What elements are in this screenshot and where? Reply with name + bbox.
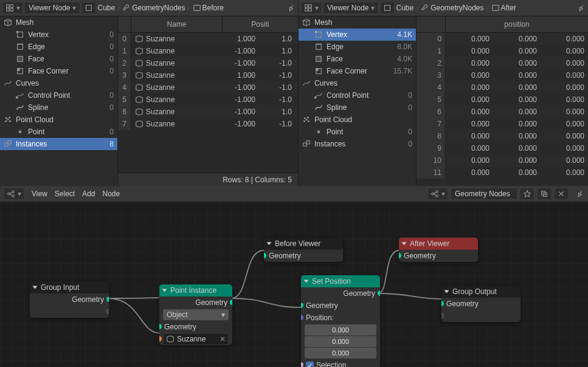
menu-add[interactable]: Add [82, 190, 95, 198]
socket-position-in[interactable]: Position: [301, 312, 380, 324]
socket-geometry-out[interactable]: Geometry [301, 287, 380, 300]
table-row[interactable]: 2 Suzanne -1.000 -1.0 [118, 57, 298, 69]
menu-select[interactable]: Select [55, 190, 75, 198]
viewer-mode-dropdown[interactable]: Viewer Node▾ [24, 2, 80, 14]
socket-geometry-out[interactable]: Geometry [30, 293, 109, 306]
socket-empty-out[interactable] [30, 306, 109, 318]
editor-type-icon[interactable]: ▾ [2, 2, 23, 14]
domain-vertex[interactable]: Vertex0 [0, 29, 117, 41]
domain-vertex[interactable]: Vertex4.1K [299, 29, 416, 41]
object-label[interactable]: Cube [97, 4, 115, 12]
domain-instances[interactable]: Instances8 [0, 138, 117, 150]
table-row[interactable]: 3 0.000 0.000 0.000 [417, 69, 588, 81]
socket-geometry-out[interactable]: Geometry [159, 297, 232, 309]
domain-curves[interactable]: Curves [0, 77, 117, 89]
node-group-input[interactable]: Group Input Geometry [30, 281, 109, 318]
table-row[interactable]: 4 0.000 0.000 0.000 [417, 81, 588, 94]
domain-edge[interactable]: Edge0 [0, 41, 117, 53]
socket-geometry-in[interactable]: Geometry [159, 321, 232, 333]
table-row[interactable]: 8 0.000 0.000 0.000 [417, 130, 588, 142]
domain-point[interactable]: Point0 [299, 126, 416, 138]
socket-geometry-in[interactable]: Geometry [399, 250, 478, 262]
editor-type-icon[interactable]: ▾ [4, 188, 24, 200]
table-row[interactable]: 10 0.000 0.000 0.000 [417, 154, 588, 166]
cell-value: 0.000 [541, 33, 588, 45]
table-row[interactable]: 3 Suzanne 1.000 -1.0 [118, 69, 298, 81]
unlink-icon[interactable] [554, 188, 569, 200]
node-tree-name[interactable]: Geometry Nodes [451, 188, 517, 200]
table-row[interactable]: 5 0.000 0.000 0.000 [417, 94, 588, 106]
node-before-viewer[interactable]: Before Viewer Geometry [264, 238, 343, 262]
domain-face[interactable]: Face0 [0, 53, 117, 65]
viewer-label[interactable]: Before [202, 4, 224, 12]
position-z-field[interactable]: 0.000 [305, 348, 376, 358]
node-point-instance[interactable]: Point Instance Geometry Object▾ Geometry… [159, 284, 232, 345]
table-row[interactable]: 11 0.000 0.000 0.000 [417, 166, 588, 179]
instance-mode-dropdown[interactable]: Object▾ [163, 309, 229, 320]
table-row[interactable]: 6 0.000 0.000 0.000 [417, 106, 588, 118]
node-group-output[interactable]: Group Output Geometry [441, 286, 521, 322]
duplicate-icon[interactable] [537, 188, 552, 200]
selection-checkbox[interactable] [306, 362, 314, 368]
object-icon[interactable] [380, 2, 395, 14]
socket-empty-in[interactable] [441, 310, 521, 322]
domain-curves[interactable]: Curves [299, 77, 416, 89]
domain-mesh[interactable]: Mesh [299, 16, 416, 29]
table-row[interactable]: 0 Suzanne 1.000 1.0 [118, 33, 298, 45]
spreadsheet-header: ▾ Viewer Node▾ Cube › GeometryNodes › Be… [0, 0, 298, 16]
node-canvas[interactable]: Group Input Geometry Before Viewer Geome… [0, 202, 588, 367]
table-row[interactable]: 5 Suzanne -1.000 -1.0 [118, 94, 298, 106]
viewer-label[interactable]: After [501, 4, 516, 12]
table-row[interactable]: 1 Suzanne -1.000 1.0 [118, 45, 298, 57]
pin-icon[interactable] [285, 2, 297, 13]
domain-spline[interactable]: Spline0 [0, 101, 117, 114]
domain-instances[interactable]: Instances0 [299, 138, 416, 150]
object-icon[interactable] [81, 2, 96, 14]
node-after-viewer[interactable]: After Viewer Geometry [399, 238, 478, 262]
pin-icon[interactable] [575, 2, 587, 13]
row-index: 0 [417, 33, 446, 45]
fake-user-icon[interactable] [520, 188, 534, 200]
domain-edge[interactable]: Edge8.0K [299, 41, 416, 53]
modifier-label[interactable]: GeometryNodes [431, 4, 483, 12]
position-x-field[interactable]: 0.000 [305, 324, 376, 335]
table-row[interactable]: 9 0.000 0.000 0.000 [417, 142, 588, 154]
menu-view[interactable]: View [32, 190, 47, 198]
svg-rect-5 [193, 5, 200, 11]
column-header-name[interactable]: Name [131, 16, 223, 32]
domain-mesh[interactable]: Mesh [0, 16, 117, 29]
column-header-position[interactable]: Positi [223, 16, 298, 32]
menu-node[interactable]: Node [103, 190, 120, 198]
table-row[interactable]: 0 0.000 0.000 0.000 [417, 33, 588, 45]
tree-type-icon[interactable]: ▾ [427, 188, 448, 200]
viewer-mode-dropdown[interactable]: Viewer Node▾ [323, 2, 379, 14]
table-row[interactable]: 7 Suzanne -1.000 -1.0 [118, 118, 298, 130]
clear-icon[interactable]: ✕ [220, 335, 226, 343]
domain-control-point[interactable]: Control Point0 [0, 89, 117, 101]
socket-selection-in[interactable]: Selection [301, 359, 380, 367]
domain-face-corner[interactable]: Face Corner15.7K [299, 65, 416, 77]
domain-point[interactable]: Point0 [0, 126, 117, 138]
table-row[interactable]: 4 Suzanne -1.000 -1.0 [118, 81, 298, 94]
domain-spline[interactable]: Spline0 [299, 101, 416, 114]
table-row[interactable]: 2 0.000 0.000 0.000 [417, 57, 588, 69]
domain-point-cloud[interactable]: Point Cloud [299, 114, 416, 126]
domain-face[interactable]: Face4.0K [299, 53, 416, 65]
modifier-label[interactable]: GeometryNodes [132, 4, 185, 12]
socket-geometry-in[interactable]: Geometry [264, 250, 343, 262]
table-row[interactable]: 7 0.000 0.000 0.000 [417, 118, 588, 130]
domain-point-cloud[interactable]: Point Cloud [0, 114, 117, 126]
socket-geometry-in[interactable]: Geometry [441, 298, 521, 310]
object-label[interactable]: Cube [396, 4, 413, 12]
pin-icon[interactable] [574, 188, 586, 199]
domain-face-corner[interactable]: Face Corner0 [0, 65, 117, 77]
position-y-field[interactable]: 0.000 [305, 336, 376, 347]
editor-type-icon[interactable]: ▾ [301, 2, 322, 14]
node-set-position[interactable]: Set Position Geometry Geometry Position:… [301, 275, 380, 367]
table-row[interactable]: 1 0.000 0.000 0.000 [417, 45, 588, 57]
domain-control-point[interactable]: Control Point0 [299, 89, 416, 101]
table-row[interactable]: 6 Suzanne -1.000 1.0 [118, 106, 298, 118]
column-header-position[interactable]: position [446, 16, 588, 32]
socket-geometry-in[interactable]: Geometry [301, 300, 380, 312]
socket-object-in[interactable]: Suzanne✕ [159, 333, 232, 345]
